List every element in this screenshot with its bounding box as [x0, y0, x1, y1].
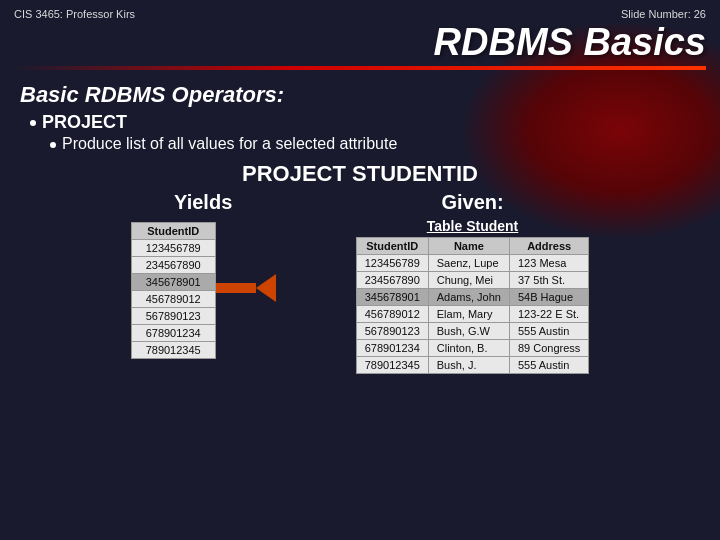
given-header-cell: Name — [428, 237, 509, 254]
yields-section: Yields StudentID123456789234567890345678… — [131, 191, 276, 359]
course-info: CIS 3465: Professor Kirs — [14, 8, 135, 20]
table-row: 678901234Clinton, B.89 Congress — [356, 339, 589, 356]
table-row: 567890123Bush, G.W555 Austin — [356, 322, 589, 339]
table-row: 345678901Adams, John54B Hague — [356, 288, 589, 305]
table-row: 789012345 — [131, 341, 215, 358]
given-label: Given: — [441, 191, 503, 214]
arrow-icon — [256, 274, 276, 302]
given-section: Given: Table Student StudentIDNameAddres… — [356, 191, 590, 374]
table-row: 123456789Saenz, Lupe123 Mesa — [356, 254, 589, 271]
table-row: 789012345Bush, J.555 Austin — [356, 356, 589, 373]
yields-header-cell: StudentID — [131, 222, 215, 239]
table-row: 234567890Chung, Mei37 5th St. — [356, 271, 589, 288]
arrow-container — [216, 274, 276, 302]
bullet-dot-2 — [50, 142, 56, 148]
table-row: 678901234 — [131, 324, 215, 341]
yields-given-row: Yields StudentID123456789234567890345678… — [20, 191, 700, 374]
arrow-shaft — [216, 283, 256, 293]
table-row: 567890123 — [131, 307, 215, 324]
project-command: PROJECT STUDENTID — [20, 161, 700, 187]
bullet-project: PROJECT — [30, 112, 700, 133]
table-row: 345678901 — [131, 273, 215, 290]
yields-tables-row: StudentID1234567892345678903456789014567… — [131, 222, 276, 359]
slide-number: Slide Number: 26 — [621, 8, 706, 20]
sub-bullet: Produce list of all values for a selecte… — [50, 135, 700, 153]
title-area: RDBMS Basics — [0, 22, 720, 64]
yields-label: Yields — [174, 191, 232, 214]
table-row: 123456789 — [131, 239, 215, 256]
main-content: Basic RDBMS Operators: PROJECT Produce l… — [0, 70, 720, 384]
given-header-cell: Address — [509, 237, 588, 254]
bullet-dot-1 — [30, 120, 36, 126]
table-row: 456789012 — [131, 290, 215, 307]
main-title: RDBMS Basics — [0, 22, 706, 64]
section-heading: Basic RDBMS Operators: — [20, 82, 700, 108]
given-header-cell: StudentID — [356, 237, 428, 254]
given-table: StudentIDNameAddress123456789Saenz, Lupe… — [356, 237, 590, 374]
table-student-title: Table Student — [427, 218, 519, 234]
yields-table: StudentID1234567892345678903456789014567… — [131, 222, 216, 359]
table-row: 456789012Elam, Mary123-22 E St. — [356, 305, 589, 322]
table-row: 234567890 — [131, 256, 215, 273]
